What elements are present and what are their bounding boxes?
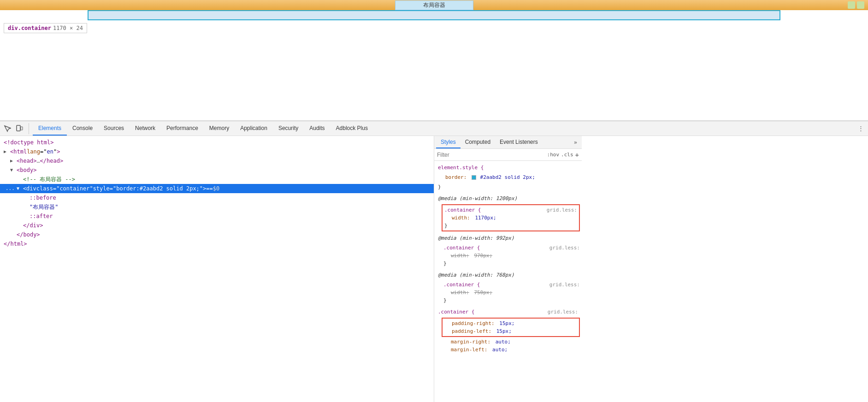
inspect-element-icon[interactable] — [2, 123, 13, 134]
dom-html-close: </html> — [0, 239, 434, 248]
tab-elements[interactable]: Elements — [33, 121, 67, 136]
color-swatch-border — [472, 175, 476, 180]
tab-security[interactable]: Security — [273, 121, 304, 136]
styles-panel: Styles Computed Event Listeners » :hov .… — [434, 136, 582, 402]
tab-application[interactable]: Application — [235, 121, 273, 136]
highlighted-rule-1200: .container { grid.less: width: 1170px; } — [442, 204, 580, 231]
dom-div-container[interactable]: ... ▼ <div class="container" style="bord… — [0, 184, 434, 193]
styles-filter-input[interactable] — [437, 152, 547, 158]
tab-memory[interactable]: Memory — [204, 121, 235, 136]
filter-cls-btn[interactable]: .cls — [561, 152, 573, 158]
expand-div-arrow[interactable]: ▼ — [17, 184, 23, 193]
media-768-rule: @media (min-width: 768px) .container { g… — [434, 270, 582, 305]
tooltip-tag: div.container — [8, 25, 51, 31]
expand-body-arrow[interactable]: ▼ — [10, 166, 17, 174]
filter-pseudo-btn[interactable]: :hov — [547, 152, 560, 158]
svg-rect-0 — [17, 125, 20, 131]
styles-tab-more-icon[interactable]: » — [571, 139, 580, 146]
devtools-toolbar: Elements Console Sources Network Perform… — [0, 121, 868, 136]
dom-doctype: <!doctype html> — [0, 138, 434, 147]
styles-content: element.style { border: #2aabd2 solid 2p… — [434, 161, 582, 402]
devtools-tabs: Elements Console Sources Network Perform… — [33, 121, 373, 136]
tab-audits[interactable]: Audits — [304, 121, 330, 136]
tooltip-dims: 1170 × 24 — [53, 25, 83, 31]
media-1200-rule: @media (min-width: 1200px) .container { … — [434, 194, 582, 231]
tab-network[interactable]: Network — [130, 121, 161, 136]
devtools-panel: Elements Console Sources Network Perform… — [0, 121, 868, 402]
dom-html[interactable]: ▶ <html lang="en" > — [0, 147, 434, 156]
toolbar-right: ⋮ — [855, 123, 866, 134]
tab-event-listeners[interactable]: Event Listeners — [495, 136, 543, 148]
dom-before: ::before — [0, 193, 434, 202]
browser-btn-1[interactable] — [848, 1, 855, 9]
dom-panel[interactable]: <!doctype html> ▶ <html lang="en" > ▶ <h… — [0, 136, 434, 402]
styles-filter-bar: :hov .cls + — [434, 149, 582, 161]
browser-controls — [848, 1, 864, 9]
dom-head[interactable]: ▶ <head> … </head> — [0, 156, 434, 166]
container-base-rule: .container { grid.less: padding-right: 1… — [434, 307, 582, 354]
svg-rect-1 — [21, 127, 23, 130]
expand-html-arrow[interactable]: ▶ — [4, 148, 10, 156]
element-style-rule: element.style { border: #2aabd2 solid 2p… — [434, 163, 582, 192]
tab-styles[interactable]: Styles — [436, 136, 461, 148]
devtools-body: <!doctype html> ▶ <html lang="en" > ▶ <h… — [0, 136, 868, 402]
browser-toolbar: 布局容器 — [0, 0, 868, 10]
more-options-icon[interactable]: ⋮ — [855, 123, 866, 134]
right-panel: Styles Computed Event Listeners » :hov .… — [434, 136, 868, 402]
dom-text: "布局容器" — [0, 202, 434, 212]
toolbar-icons — [2, 123, 29, 134]
tab-console[interactable]: Console — [67, 121, 98, 136]
tab-performance[interactable]: Performance — [161, 121, 204, 136]
expand-head-arrow[interactable]: ▶ — [10, 157, 17, 165]
tab-adblock[interactable]: Adblock Plus — [331, 121, 373, 136]
filter-add-btn[interactable]: + — [575, 151, 579, 159]
tab-sources[interactable]: Sources — [98, 121, 130, 136]
tab-computed[interactable]: Computed — [461, 136, 495, 148]
styles-tabs: Styles Computed Event Listeners » — [434, 136, 582, 149]
media-992-rule: @media (min-width: 992px) .container { g… — [434, 233, 582, 268]
highlighted-element — [88, 10, 780, 20]
device-toolbar-icon[interactable] — [14, 123, 25, 134]
highlighted-rule-container: padding-right: 15px; padding-left: 15px; — [442, 318, 580, 337]
page-title: 布局容器 — [395, 0, 473, 10]
dom-body[interactable]: ▼ <body> — [0, 166, 434, 175]
page-viewport: div.container1170 × 24 — [0, 10, 868, 121]
dom-comment: <!-- 布局容器 --> — [0, 175, 434, 184]
browser-btn-2[interactable] — [857, 1, 864, 9]
dom-after: ::after — [0, 212, 434, 221]
dom-body-close: </body> — [0, 230, 434, 239]
dom-div-close: </div> — [0, 221, 434, 230]
element-tooltip: div.container1170 × 24 — [4, 23, 87, 33]
